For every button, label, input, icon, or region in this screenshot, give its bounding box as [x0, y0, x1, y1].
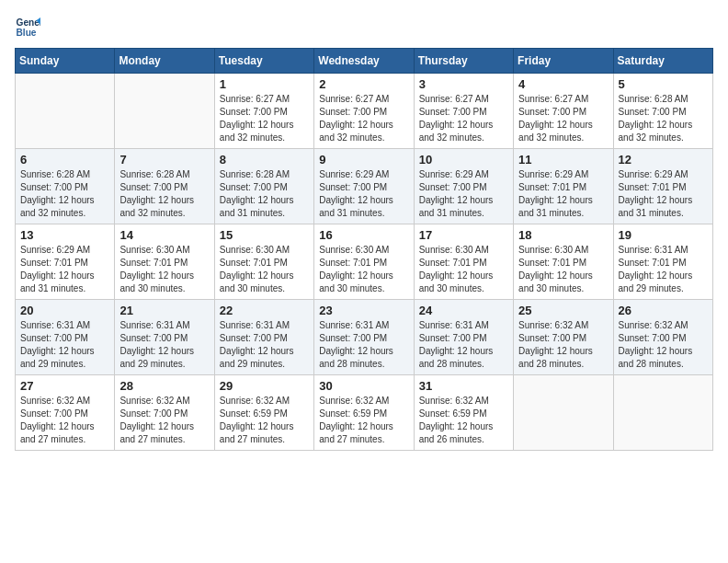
day-info: Sunrise: 6:31 AM Sunset: 7:00 PM Dayligh… — [119, 319, 209, 371]
day-number: 21 — [119, 304, 209, 317]
calendar-table: SundayMondayTuesdayWednesdayThursdayFrid… — [15, 48, 713, 451]
day-number: 7 — [119, 153, 209, 167]
day-info: Sunrise: 6:30 AM Sunset: 7:01 PM Dayligh… — [119, 244, 209, 295]
day-number: 23 — [319, 304, 408, 317]
day-info: Sunrise: 6:29 AM Sunset: 7:00 PM Dayligh… — [319, 168, 408, 220]
day-number: 11 — [518, 153, 608, 167]
day-info: Sunrise: 6:27 AM Sunset: 7:00 PM Dayligh… — [319, 93, 408, 144]
calendar-cell: 19Sunrise: 6:31 AM Sunset: 7:01 PM Dayli… — [613, 224, 712, 300]
svg-text:Blue: Blue — [17, 28, 37, 38]
day-number: 14 — [119, 228, 209, 242]
calendar-cell: 5Sunrise: 6:28 AM Sunset: 7:00 PM Daylig… — [613, 74, 712, 149]
calendar-cell — [613, 375, 712, 451]
day-number: 26 — [619, 304, 708, 317]
day-number: 22 — [220, 304, 309, 317]
day-number: 3 — [419, 77, 508, 91]
calendar-cell: 16Sunrise: 6:30 AM Sunset: 7:01 PM Dayli… — [314, 224, 414, 300]
day-info: Sunrise: 6:32 AM Sunset: 6:59 PM Dayligh… — [220, 395, 309, 446]
day-info: Sunrise: 6:31 AM Sunset: 7:00 PM Dayligh… — [20, 319, 109, 371]
day-info: Sunrise: 6:32 AM Sunset: 6:59 PM Dayligh… — [419, 395, 508, 446]
calendar-cell: 4Sunrise: 6:27 AM Sunset: 7:00 PM Daylig… — [514, 74, 613, 149]
calendar-cell: 26Sunrise: 6:32 AM Sunset: 7:00 PM Dayli… — [613, 300, 712, 375]
weekday-header-thursday: Thursday — [414, 49, 513, 74]
calendar-cell: 28Sunrise: 6:32 AM Sunset: 7:00 PM Dayli… — [115, 375, 214, 451]
calendar-week-row: 27Sunrise: 6:32 AM Sunset: 7:00 PM Dayli… — [16, 375, 713, 451]
day-info: Sunrise: 6:29 AM Sunset: 7:01 PM Dayligh… — [619, 168, 708, 220]
calendar-week-row: 13Sunrise: 6:29 AM Sunset: 7:01 PM Dayli… — [16, 224, 713, 300]
day-info: Sunrise: 6:29 AM Sunset: 7:01 PM Dayligh… — [20, 244, 109, 295]
day-number: 28 — [119, 379, 209, 393]
calendar-cell: 13Sunrise: 6:29 AM Sunset: 7:01 PM Dayli… — [16, 224, 115, 300]
svg-text:General: General — [17, 17, 40, 28]
weekday-header-saturday: Saturday — [613, 49, 712, 74]
day-info: Sunrise: 6:32 AM Sunset: 7:00 PM Dayligh… — [619, 319, 708, 371]
calendar-cell: 8Sunrise: 6:28 AM Sunset: 7:00 PM Daylig… — [214, 149, 313, 224]
day-number: 13 — [20, 228, 109, 242]
day-info: Sunrise: 6:27 AM Sunset: 7:00 PM Dayligh… — [518, 93, 608, 144]
calendar-cell: 29Sunrise: 6:32 AM Sunset: 6:59 PM Dayli… — [214, 375, 313, 451]
calendar-cell: 31Sunrise: 6:32 AM Sunset: 6:59 PM Dayli… — [414, 375, 513, 451]
day-info: Sunrise: 6:28 AM Sunset: 7:00 PM Dayligh… — [220, 168, 309, 220]
logo: General Blue — [15, 15, 44, 40]
day-number: 9 — [319, 153, 408, 167]
day-number: 10 — [419, 153, 508, 167]
day-info: Sunrise: 6:32 AM Sunset: 7:00 PM Dayligh… — [518, 319, 608, 371]
calendar-cell: 2Sunrise: 6:27 AM Sunset: 7:00 PM Daylig… — [314, 74, 414, 149]
day-number: 24 — [419, 304, 508, 317]
day-info: Sunrise: 6:30 AM Sunset: 7:01 PM Dayligh… — [518, 244, 608, 295]
day-number: 5 — [619, 77, 708, 91]
day-info: Sunrise: 6:30 AM Sunset: 7:01 PM Dayligh… — [220, 244, 309, 295]
day-number: 19 — [619, 228, 708, 242]
day-number: 25 — [518, 304, 608, 317]
day-info: Sunrise: 6:30 AM Sunset: 7:01 PM Dayligh… — [319, 244, 408, 295]
calendar-cell: 15Sunrise: 6:30 AM Sunset: 7:01 PM Dayli… — [214, 224, 313, 300]
calendar-cell: 24Sunrise: 6:31 AM Sunset: 7:00 PM Dayli… — [414, 300, 513, 375]
day-number: 2 — [319, 77, 408, 91]
calendar-cell — [115, 74, 214, 149]
day-number: 30 — [319, 379, 408, 393]
calendar-cell: 30Sunrise: 6:32 AM Sunset: 6:59 PM Dayli… — [314, 375, 414, 451]
day-number: 4 — [518, 77, 608, 91]
calendar-cell: 21Sunrise: 6:31 AM Sunset: 7:00 PM Dayli… — [115, 300, 214, 375]
calendar-cell: 14Sunrise: 6:30 AM Sunset: 7:01 PM Dayli… — [115, 224, 214, 300]
weekday-header-friday: Friday — [514, 49, 613, 74]
weekday-header-tuesday: Tuesday — [214, 49, 313, 74]
weekday-header-sunday: Sunday — [16, 49, 115, 74]
weekday-header-wednesday: Wednesday — [314, 49, 414, 74]
day-number: 6 — [20, 153, 109, 167]
calendar-cell: 3Sunrise: 6:27 AM Sunset: 7:00 PM Daylig… — [414, 74, 513, 149]
day-info: Sunrise: 6:27 AM Sunset: 7:00 PM Dayligh… — [220, 93, 309, 144]
day-number: 12 — [619, 153, 708, 167]
day-number: 8 — [220, 153, 309, 167]
day-info: Sunrise: 6:31 AM Sunset: 7:00 PM Dayligh… — [319, 319, 408, 371]
day-info: Sunrise: 6:28 AM Sunset: 7:00 PM Dayligh… — [119, 168, 209, 220]
weekday-header-monday: Monday — [115, 49, 214, 74]
calendar-week-row: 1Sunrise: 6:27 AM Sunset: 7:00 PM Daylig… — [16, 74, 713, 149]
day-info: Sunrise: 6:28 AM Sunset: 7:00 PM Dayligh… — [619, 93, 708, 144]
day-number: 17 — [419, 228, 508, 242]
calendar-cell: 6Sunrise: 6:28 AM Sunset: 7:00 PM Daylig… — [16, 149, 115, 224]
day-number: 29 — [220, 379, 309, 393]
calendar-week-row: 20Sunrise: 6:31 AM Sunset: 7:00 PM Dayli… — [16, 300, 713, 375]
calendar-cell: 23Sunrise: 6:31 AM Sunset: 7:00 PM Dayli… — [314, 300, 414, 375]
day-info: Sunrise: 6:30 AM Sunset: 7:01 PM Dayligh… — [419, 244, 508, 295]
day-number: 31 — [419, 379, 508, 393]
page-header: General Blue — [15, 15, 713, 40]
day-number: 27 — [20, 379, 109, 393]
day-info: Sunrise: 6:29 AM Sunset: 7:00 PM Dayligh… — [419, 168, 508, 220]
day-info: Sunrise: 6:32 AM Sunset: 7:00 PM Dayligh… — [20, 395, 109, 446]
calendar-cell: 18Sunrise: 6:30 AM Sunset: 7:01 PM Dayli… — [514, 224, 613, 300]
day-number: 20 — [20, 304, 109, 317]
day-info: Sunrise: 6:32 AM Sunset: 6:59 PM Dayligh… — [319, 395, 408, 446]
day-number: 1 — [220, 77, 309, 91]
calendar-cell: 27Sunrise: 6:32 AM Sunset: 7:00 PM Dayli… — [16, 375, 115, 451]
day-info: Sunrise: 6:31 AM Sunset: 7:00 PM Dayligh… — [220, 319, 309, 371]
calendar-cell: 20Sunrise: 6:31 AM Sunset: 7:00 PM Dayli… — [16, 300, 115, 375]
day-number: 18 — [518, 228, 608, 242]
calendar-cell: 7Sunrise: 6:28 AM Sunset: 7:00 PM Daylig… — [115, 149, 214, 224]
day-number: 15 — [220, 228, 309, 242]
day-number: 16 — [319, 228, 408, 242]
calendar-cell — [16, 74, 115, 149]
day-info: Sunrise: 6:27 AM Sunset: 7:00 PM Dayligh… — [419, 93, 508, 144]
calendar-header-row: SundayMondayTuesdayWednesdayThursdayFrid… — [16, 49, 713, 74]
